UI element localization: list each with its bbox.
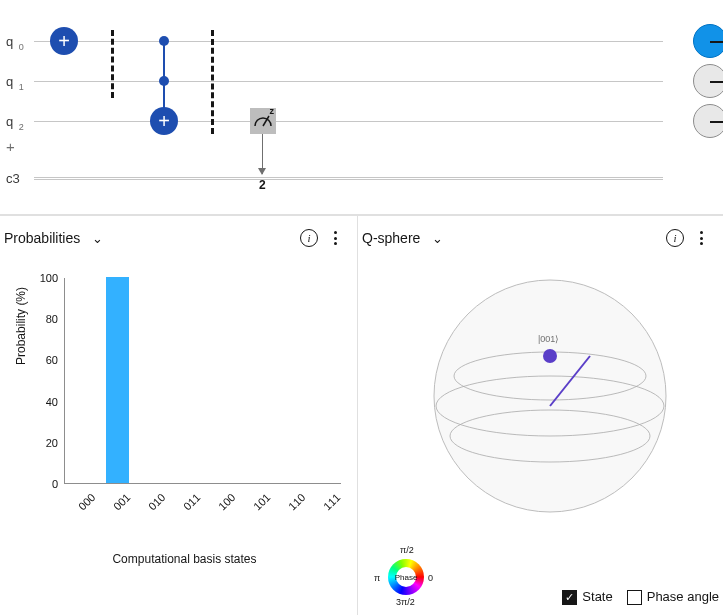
probabilities-title: Probabilities: [4, 230, 80, 246]
not-gate-q0[interactable]: +: [50, 27, 78, 55]
probabilities-panel: Probabilities ⌄ i Probability (%) 020406…: [0, 215, 358, 615]
y-tick: 20: [46, 437, 58, 449]
x-tick: 011: [181, 491, 202, 512]
chevron-down-icon[interactable]: ⌄: [92, 231, 103, 246]
x-tick: 001: [111, 491, 132, 512]
control-dot-q1[interactable]: [159, 76, 169, 86]
phase-disk-q0[interactable]: [693, 24, 723, 58]
kebab-menu-icon[interactable]: [326, 227, 345, 249]
phase-color-wheel: Phase: [388, 559, 424, 595]
qubit-label-0: q 0: [6, 34, 24, 52]
ccx-target-q2[interactable]: +: [150, 107, 178, 135]
x-tick: 010: [146, 491, 167, 512]
visualization-panels: Probabilities ⌄ i Probability (%) 020406…: [0, 215, 723, 615]
qubit-wire-2[interactable]: [34, 121, 663, 122]
x-tick: 100: [216, 491, 237, 512]
svg-point-6: [543, 349, 557, 363]
qubit-wire-1[interactable]: [34, 81, 663, 82]
add-qubit-button[interactable]: +: [6, 138, 15, 155]
phase-legend: π/2 π 0 3π/2 Phase: [376, 547, 436, 607]
x-axis-label: Computational basis states: [28, 552, 341, 566]
probabilities-header: Probabilities ⌄ i: [0, 216, 357, 260]
measure-target-index: 2: [259, 178, 266, 192]
probabilities-chart: Probability (%) 020406080100 00000101001…: [28, 276, 341, 496]
y-tick: 40: [46, 396, 58, 408]
phase-disk-q1[interactable]: [693, 64, 723, 98]
svg-point-1: [434, 280, 666, 512]
circuit-composer[interactable]: q 0 q 1 q 2 + c3 + + z 2: [0, 0, 723, 215]
x-tick: 000: [76, 491, 97, 512]
qsphere-panel: Q-sphere ⌄ i |001⟩ π/2 π 0 3π/2 Phase: [358, 215, 723, 615]
phase-angle-checkbox[interactable]: Phase angle: [627, 589, 719, 605]
probability-bar[interactable]: [106, 277, 128, 483]
qsphere-title: Q-sphere: [362, 230, 420, 246]
qsphere-header: Q-sphere ⌄ i: [358, 216, 723, 260]
measure-basis-label: z: [270, 106, 275, 116]
phase-tick-right: 0: [428, 573, 433, 583]
kebab-menu-icon[interactable]: [692, 227, 711, 249]
y-axis: 020406080100: [28, 276, 60, 496]
x-axis-ticks: 000001010011100101110111: [64, 488, 341, 528]
phase-disk-q2[interactable]: [693, 104, 723, 138]
phase-tick-top: π/2: [400, 545, 414, 555]
phase-tick-left: π: [374, 573, 380, 583]
classical-bit-wire[interactable]: [34, 177, 663, 180]
qsphere-state-label: |001⟩: [538, 334, 559, 344]
qubit-label-2: q 2: [6, 114, 24, 132]
state-checkbox[interactable]: ✓State: [562, 589, 612, 605]
info-icon[interactable]: i: [666, 229, 684, 247]
chevron-down-icon[interactable]: ⌄: [432, 231, 443, 246]
y-tick: 60: [46, 354, 58, 366]
bar-plot-area: [64, 278, 341, 484]
measure-gate-q2[interactable]: z: [250, 108, 276, 134]
y-tick: 0: [52, 478, 58, 490]
y-tick: 100: [40, 272, 58, 284]
info-icon[interactable]: i: [300, 229, 318, 247]
qsphere-visualization[interactable]: |001⟩: [430, 276, 670, 516]
y-axis-label: Probability (%): [14, 287, 28, 365]
phase-tick-bottom: 3π/2: [396, 597, 415, 607]
classical-bit-label: c3: [6, 171, 20, 186]
y-tick: 80: [46, 313, 58, 325]
barrier-0[interactable]: [111, 30, 114, 98]
x-tick: 110: [286, 491, 307, 512]
x-tick: 101: [251, 491, 272, 512]
x-tick: 111: [321, 491, 342, 512]
measure-arrow: [262, 134, 263, 174]
barrier-1[interactable]: [211, 30, 214, 134]
qsphere-legend-row: ✓State Phase angle: [562, 589, 719, 605]
qubit-wire-0[interactable]: [34, 41, 663, 42]
qubit-label-1: q 1: [6, 74, 24, 92]
